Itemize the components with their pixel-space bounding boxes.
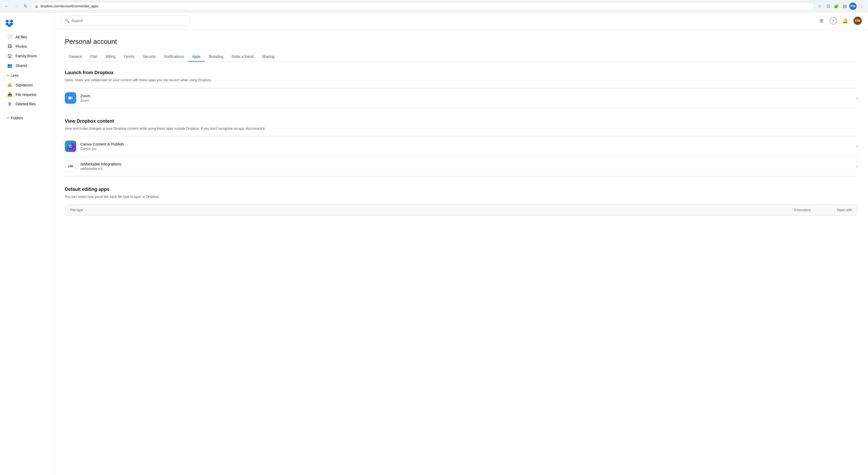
remarkable-icon-bg: rM [65, 160, 76, 172]
tab-billing[interactable]: Billing [102, 52, 120, 62]
canva-app-vendor: Canva, Inc [81, 147, 856, 151]
table-header: File type Extensions Open with [65, 205, 857, 215]
header-actions: ⊞ ? 🔔 PW [817, 17, 862, 25]
sidebar-logo[interactable] [0, 17, 54, 32]
sidebar-item-photos[interactable]: 🖼 Photos [2, 42, 52, 51]
zoom-app-vendor: Zoom [81, 98, 856, 102]
reload-button[interactable]: ↻ [22, 3, 29, 10]
chevron-down-icon: ▾ [7, 117, 9, 120]
help-button[interactable]: ? [830, 17, 837, 24]
tab-family[interactable]: Family [120, 52, 138, 62]
tab-general[interactable]: General [65, 52, 86, 62]
sidebar-item-family-room[interactable]: 🏠 Family Room [2, 51, 52, 60]
browser-chrome: ← → ↻ 🔒 dropbox.com/account/connected_ap… [0, 0, 868, 12]
launch-section-title: Launch from Dropbox [65, 70, 858, 75]
app-row-canva[interactable]: C Canva Content & Publish Canva, Inc › [65, 136, 858, 156]
tab-apps[interactable]: Apps [188, 52, 205, 62]
less-label: Less [11, 73, 19, 77]
browser-profile-button[interactable]: PW [849, 3, 857, 10]
zoom-app-info: Zoom Zoom [81, 94, 856, 102]
sidebar-item-label: File requests [16, 93, 36, 97]
sidebar-item-deleted-files[interactable]: 🗑 Deleted files [2, 100, 52, 108]
launch-section-desc: Open, share and collaborate on your cont… [65, 77, 858, 83]
col-open-with: Open with [821, 208, 852, 212]
search-input[interactable] [71, 19, 186, 23]
canva-icon-bg: C [65, 140, 76, 152]
remarkable-chevron-icon: › [856, 164, 858, 168]
page-title: Personal account [65, 38, 858, 45]
view-app-list: C Canva Content & Publish Canva, Inc › [65, 136, 858, 176]
sidebar-item-signatures[interactable]: ✍️ Signatures [2, 81, 52, 90]
folders-label: Folders [11, 116, 23, 120]
remarkable-app-name: reMarkable Integrations [81, 162, 856, 166]
browser-actions: ☆ ⊡ 🧩 ▤ PW ⋮ [816, 3, 865, 10]
app-row-zoom[interactable]: Zoom Zoom › [65, 88, 858, 108]
zoom-icon-bg [65, 92, 76, 104]
address-bar[interactable]: 🔒 dropbox.com/account/connected_apps [31, 2, 814, 10]
chevron-up-icon: ▾ [7, 74, 9, 77]
dropbox-logo-icon [5, 19, 13, 27]
view-section-title: View Dropbox content [65, 119, 858, 124]
tab-refer[interactable]: Refer a friend [227, 52, 258, 62]
default-editing-section: Default editing apps You can select how … [65, 187, 858, 216]
user-avatar[interactable]: PW [854, 17, 862, 25]
zoom-app-name: Zoom [81, 94, 856, 98]
main-header: 🔍 ⊞ ? 🔔 PW [55, 12, 868, 29]
notifications-button[interactable]: 🔔 [841, 17, 849, 25]
sidebar-item-shared[interactable]: 👥 Shared [2, 61, 52, 70]
tab-branding[interactable]: Branding [205, 52, 227, 62]
lock-icon: 🔒 [34, 4, 38, 8]
file-requests-icon: 📥 [7, 92, 12, 97]
view-section: View Dropbox content View and make chang… [65, 119, 858, 177]
default-editing-desc: You can select how you'd like each file … [65, 194, 858, 199]
editing-apps-table: File type Extensions Open with [65, 204, 858, 216]
sidebar-item-label: Family Room [16, 54, 37, 58]
tab-sharing[interactable]: Sharing [258, 52, 278, 62]
app-layout: 📄 All files 🖼 Photos 🏠 Family Room 👥 Sha… [0, 12, 868, 475]
search-icon: 🔍 [65, 19, 69, 23]
menu-button[interactable]: ⋮ [858, 3, 865, 10]
page-body: Personal account General Plan Billing Fa… [55, 29, 868, 234]
forward-button[interactable]: → [12, 3, 20, 10]
main-content: 🔍 ⊞ ? 🔔 PW Personal account General Plan… [55, 12, 868, 475]
tab-plan[interactable]: Plan [86, 52, 102, 62]
svg-text:C: C [69, 144, 72, 148]
family-room-icon: 🏠 [7, 54, 12, 58]
tab-security[interactable]: Security [138, 52, 160, 62]
canva-app-icon: C [65, 140, 76, 152]
photos-icon: 🖼 [7, 44, 12, 49]
remarkable-app-vendor: reMarkable AS [81, 167, 856, 170]
canva-app-name: Canva Content & Publish [81, 142, 856, 146]
bookmark-button[interactable]: ☆ [816, 3, 824, 10]
zoom-chevron-icon: › [856, 96, 858, 100]
screenshot-button[interactable]: ⊡ [825, 3, 832, 10]
col-file-type: File type [70, 208, 759, 212]
launch-section: Launch from Dropbox Open, share and coll… [65, 70, 858, 108]
remarkable-app-info: reMarkable Integrations reMarkable AS [81, 162, 856, 170]
sidebar-item-file-requests[interactable]: 📥 File requests [2, 90, 52, 99]
sidebar: 📄 All files 🖼 Photos 🏠 Family Room 👥 Sha… [0, 12, 55, 475]
back-button[interactable]: ← [3, 3, 10, 10]
signatures-icon: ✍️ [7, 83, 12, 87]
deleted-files-icon: 🗑 [7, 102, 12, 106]
search-bar[interactable]: 🔍 [61, 15, 190, 26]
sidebar-item-label: Signatures [16, 83, 33, 87]
extensions-button[interactable]: 🧩 [833, 3, 840, 10]
url-text: dropbox.com/account/connected_apps [40, 4, 98, 8]
tab-notifications[interactable]: Notifications [160, 52, 188, 62]
remarkable-app-icon: rM [65, 160, 76, 172]
tabs: General Plan Billing Family Security Not… [65, 52, 858, 62]
sidebar-item-all-files[interactable]: 📄 All files [2, 32, 52, 41]
sidebar-toggle-button[interactable]: ▤ [841, 3, 848, 10]
all-files-icon: 📄 [7, 34, 12, 39]
col-extensions: Extensions [759, 208, 811, 212]
sidebar-item-label: Deleted files [16, 102, 35, 106]
app-row-remarkable[interactable]: rM reMarkable Integrations reMarkable AS… [65, 156, 858, 176]
view-section-desc: View and make changes to your Dropbox co… [65, 126, 858, 131]
sidebar-item-label: Shared [16, 64, 27, 68]
grid-view-button[interactable]: ⊞ [817, 17, 826, 25]
folders-toggle[interactable]: ▾ Folders [2, 114, 52, 122]
zoom-app-icon [65, 92, 76, 104]
less-toggle[interactable]: ▾ Less [2, 71, 52, 80]
sidebar-item-label: All files [16, 35, 27, 39]
